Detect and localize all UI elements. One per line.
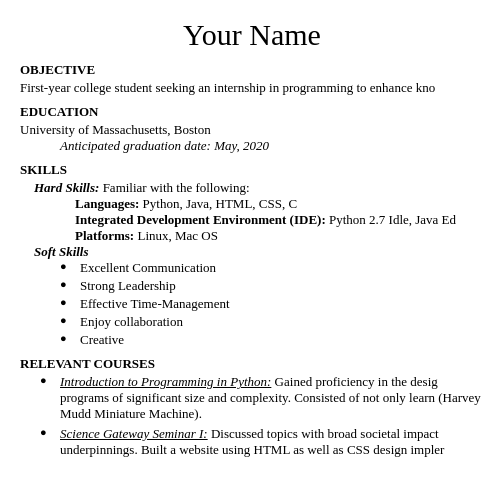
soft-skill-item: Effective Time-Management bbox=[60, 296, 484, 312]
ide-value: Python 2.7 Idle, Java Ed bbox=[329, 212, 456, 227]
course-title-1: Introduction to Programming in Python: bbox=[60, 374, 271, 389]
relevant-courses-header: RELEVANT COURSES bbox=[20, 356, 484, 372]
course-title-2: Science Gateway Seminar I: bbox=[60, 426, 208, 441]
soft-skill-item: Excellent Communication bbox=[60, 260, 484, 276]
languages-value: Python, Java, HTML, CSS, C bbox=[143, 196, 298, 211]
platforms-label: Platforms: bbox=[75, 228, 134, 243]
hard-skills-intro: Familiar with the following: bbox=[103, 180, 250, 195]
languages-row: Languages: Python, Java, HTML, CSS, C bbox=[75, 196, 484, 212]
languages-label: Languages: bbox=[75, 196, 139, 211]
ide-row: Integrated Development Environment (IDE)… bbox=[75, 212, 484, 228]
soft-skills-label: Soft Skills bbox=[34, 244, 484, 260]
soft-skills-list: Excellent Communication Strong Leadershi… bbox=[60, 260, 484, 348]
ide-label: Integrated Development Environment (IDE)… bbox=[75, 212, 326, 227]
soft-skill-item: Strong Leadership bbox=[60, 278, 484, 294]
course-item: Science Gateway Seminar I: Discussed top… bbox=[40, 426, 484, 458]
hard-skills-row: Hard Skills: Familiar with the following… bbox=[34, 180, 484, 196]
soft-skill-item: Creative bbox=[60, 332, 484, 348]
platforms-row: Platforms: Linux, Mac OS bbox=[75, 228, 484, 244]
education-graduation: Anticipated graduation date: May, 2020 bbox=[60, 138, 484, 154]
objective-header: OBJECTIVE bbox=[20, 62, 484, 78]
hard-skills-label: Hard Skills: bbox=[34, 180, 99, 195]
skills-header: SKILLS bbox=[20, 162, 484, 178]
resume-page: Your Name OBJECTIVE First-year college s… bbox=[0, 0, 504, 480]
resume-name: Your Name bbox=[20, 18, 484, 52]
platforms-value: Linux, Mac OS bbox=[137, 228, 218, 243]
courses-list: Introduction to Programming in Python: G… bbox=[40, 374, 484, 458]
education-institution: University of Massachusetts, Boston bbox=[20, 122, 484, 138]
soft-skill-item: Enjoy collaboration bbox=[60, 314, 484, 330]
objective-text: First-year college student seeking an in… bbox=[20, 80, 484, 96]
education-header: EDUCATION bbox=[20, 104, 484, 120]
course-item: Introduction to Programming in Python: G… bbox=[40, 374, 484, 422]
